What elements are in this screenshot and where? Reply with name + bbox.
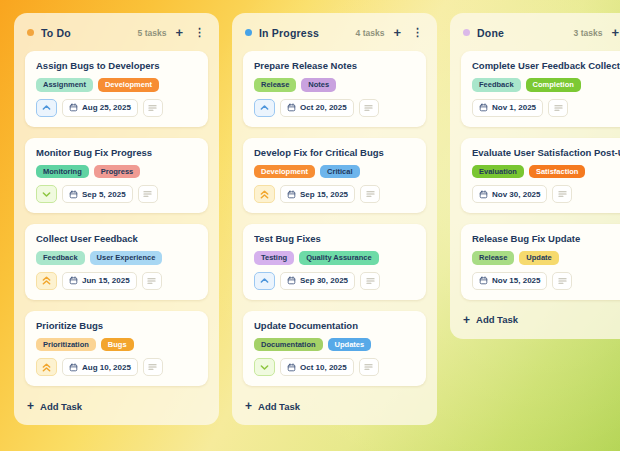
due-date: Sep 5, 2025	[82, 190, 126, 199]
task-card[interactable]: Complete User Feedback Collection Feedba…	[461, 51, 620, 127]
due-date-chip[interactable]: Sep 30, 2025	[280, 272, 355, 290]
card-list: Complete User Feedback Collection Feedba…	[461, 51, 620, 300]
due-date-chip[interactable]: Sep 5, 2025	[62, 185, 133, 203]
card-meta: Sep 15, 2025	[254, 185, 415, 203]
notes-chip[interactable]	[552, 185, 572, 203]
kanban-board: To Do 5 tasks + ⋮ Assign Bugs to Develop…	[0, 0, 620, 451]
kanban-column: Done 3 tasks + ⋮ Complete User Feedback …	[450, 13, 620, 339]
notes-chip[interactable]	[359, 358, 379, 376]
due-date-chip[interactable]: Nov 15, 2025	[472, 272, 547, 290]
due-date-chip[interactable]: Jun 15, 2025	[62, 272, 137, 290]
column-menu-button[interactable]: ⋮	[410, 27, 424, 38]
notes-chip[interactable]	[359, 99, 379, 117]
description-lines-icon	[558, 190, 567, 198]
description-lines-icon	[148, 363, 157, 371]
description-lines-icon	[364, 104, 373, 112]
notes-chip[interactable]	[143, 99, 163, 117]
tag: Completion	[526, 78, 581, 92]
column-title: Done	[477, 27, 504, 39]
priority-chip[interactable]	[254, 99, 275, 117]
add-task-button[interactable]: + Add Task	[243, 398, 426, 414]
plus-icon: +	[611, 25, 619, 40]
due-date: Aug 10, 2025	[82, 363, 131, 372]
priority-chip[interactable]	[254, 358, 275, 376]
card-title: Complete User Feedback Collection	[472, 60, 620, 71]
add-card-button[interactable]: +	[391, 26, 403, 39]
kebab-menu-icon: ⋮	[412, 26, 422, 38]
tag: Prioritization	[36, 338, 96, 352]
task-card[interactable]: Monitor Bug Fix Progress Monitoring Prog…	[25, 138, 208, 214]
task-card[interactable]: Evaluate User Satisfaction Post-Update E…	[461, 138, 620, 214]
notes-chip[interactable]	[142, 272, 162, 290]
tag: Release	[254, 78, 296, 92]
card-meta: Oct 10, 2025	[254, 358, 415, 376]
calendar-icon	[287, 363, 296, 372]
tag: Bugs	[101, 338, 134, 352]
due-date-chip[interactable]: Nov 30, 2025	[472, 185, 547, 203]
column-menu-button[interactable]: ⋮	[192, 27, 206, 38]
task-card[interactable]: Prepare Release Notes Release Notes Oct …	[243, 51, 426, 127]
notes-chip[interactable]	[360, 185, 380, 203]
task-card[interactable]: Update Documentation Documentation Updat…	[243, 311, 426, 387]
chevron-down-icon	[260, 364, 269, 371]
task-card[interactable]: Collect User Feedback Feedback User Expe…	[25, 224, 208, 300]
due-date-chip[interactable]: Sep 15, 2025	[280, 185, 355, 203]
card-meta: Nov 1, 2025	[472, 99, 620, 117]
tag: Monitoring	[36, 165, 89, 179]
column-task-count: 5 tasks	[138, 28, 167, 38]
calendar-icon	[479, 103, 488, 112]
column-status-dot	[27, 29, 34, 36]
description-lines-icon	[147, 277, 156, 285]
priority-chip[interactable]	[254, 185, 275, 203]
card-title: Evaluate User Satisfaction Post-Update	[472, 147, 620, 158]
kebab-menu-icon: ⋮	[194, 26, 204, 38]
due-date-chip[interactable]: Oct 20, 2025	[280, 99, 354, 117]
add-task-button[interactable]: + Add Task	[461, 312, 620, 328]
tag: Update	[519, 251, 558, 265]
calendar-icon	[479, 276, 488, 285]
column-title: To Do	[41, 27, 71, 39]
priority-chip[interactable]	[36, 99, 57, 117]
tag-list: Feedback Completion	[472, 78, 620, 92]
notes-chip[interactable]	[360, 272, 380, 290]
tag: Documentation	[254, 338, 323, 352]
calendar-icon	[287, 276, 296, 285]
description-lines-icon	[143, 190, 152, 198]
due-date-chip[interactable]: Oct 10, 2025	[280, 358, 354, 376]
tag-list: Prioritization Bugs	[36, 338, 197, 352]
calendar-icon	[69, 190, 78, 199]
priority-chip[interactable]	[36, 272, 57, 290]
due-date-chip[interactable]: Nov 1, 2025	[472, 99, 543, 117]
tag-list: Release Update	[472, 251, 620, 265]
due-date-chip[interactable]: Aug 10, 2025	[62, 358, 138, 376]
notes-chip[interactable]	[143, 358, 163, 376]
card-list: Prepare Release Notes Release Notes Oct …	[243, 51, 426, 386]
add-card-button[interactable]: +	[609, 26, 620, 39]
due-date-chip[interactable]: Aug 25, 2025	[62, 99, 138, 117]
priority-chip[interactable]	[254, 272, 275, 290]
notes-chip[interactable]	[548, 99, 568, 117]
priority-chip[interactable]	[36, 358, 57, 376]
task-card[interactable]: Test Bug Fixes Testing Quality Assurance…	[243, 224, 426, 300]
card-title: Assign Bugs to Developers	[36, 60, 197, 71]
notes-chip[interactable]	[138, 185, 158, 203]
description-lines-icon	[364, 363, 373, 371]
add-card-button[interactable]: +	[173, 26, 185, 39]
tag: User Experience	[90, 251, 163, 265]
chevron-double-up-icon	[42, 276, 51, 285]
tag: Release	[472, 251, 514, 265]
tag: Satisfaction	[529, 165, 586, 179]
tag-list: Documentation Updates	[254, 338, 415, 352]
task-card[interactable]: Prioritize Bugs Prioritization Bugs Aug …	[25, 311, 208, 387]
card-title: Update Documentation	[254, 320, 415, 331]
calendar-icon	[287, 103, 296, 112]
task-card[interactable]: Assign Bugs to Developers Assignment Dev…	[25, 51, 208, 127]
card-title: Prepare Release Notes	[254, 60, 415, 71]
calendar-icon	[69, 363, 78, 372]
priority-chip[interactable]	[36, 185, 57, 203]
add-task-button[interactable]: + Add Task	[25, 398, 208, 414]
task-card[interactable]: Release Bug Fix Update Release Update No…	[461, 224, 620, 300]
notes-chip[interactable]	[552, 272, 572, 290]
description-lines-icon	[554, 104, 563, 112]
task-card[interactable]: Develop Fix for Critical Bugs Developmen…	[243, 138, 426, 214]
